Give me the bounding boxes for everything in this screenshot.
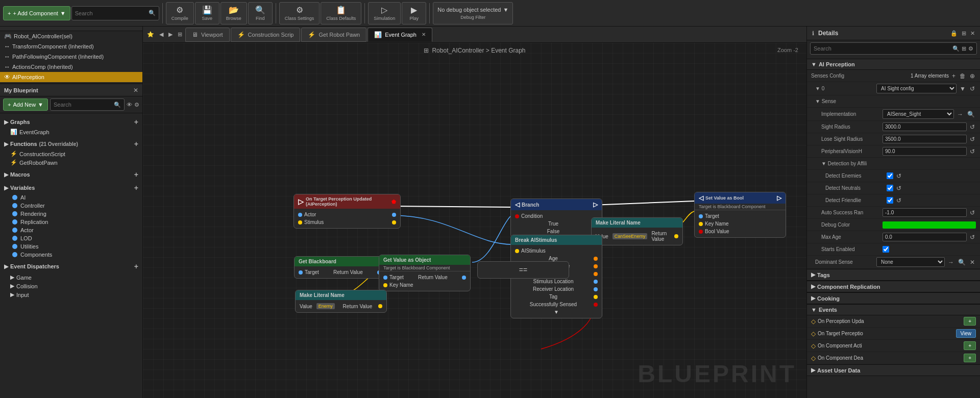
dominant-sense-clear[interactable]: ✕ xyxy=(969,259,976,266)
sight-radius-input[interactable] xyxy=(883,122,967,131)
event-add-button[interactable]: + xyxy=(964,341,976,350)
node-make-literal-can-see[interactable]: Make Literal Name Value CanSeeEnemy Retu… xyxy=(591,217,683,245)
details-close-icon[interactable]: ✕ xyxy=(970,30,975,37)
tab-get-robot-pawn[interactable]: ⚡ Get Robot Pawn xyxy=(301,28,366,42)
var-replication[interactable]: Replication xyxy=(0,218,142,226)
peripheral-input[interactable] xyxy=(883,147,967,156)
class-settings-button[interactable]: ⚙ Class Settings xyxy=(279,2,320,24)
event-add-button[interactable]: + xyxy=(964,317,976,326)
event-view-button[interactable]: View xyxy=(956,329,976,338)
variables-section-header[interactable]: ▶ Variables + xyxy=(0,182,142,193)
detect-friendlies-checkbox[interactable] xyxy=(887,197,893,204)
detect-friendlies-reset[interactable]: ↺ xyxy=(895,197,902,204)
tags-section-header[interactable]: ▶ Tags xyxy=(807,269,980,281)
construction-script-item[interactable]: ⚡ ConstructionScript xyxy=(0,150,142,158)
array-delete-button[interactable]: 🗑 xyxy=(959,72,967,80)
component-search-input[interactable] xyxy=(75,10,146,16)
get-robot-pawn-item[interactable]: ⚡ GetRobotPawn xyxy=(0,158,142,167)
tab-viewport[interactable]: 🖥 Viewport xyxy=(185,28,230,42)
var-utilities[interactable]: Utilities xyxy=(0,242,142,251)
blueprint-panel-close[interactable]: ✕ xyxy=(133,87,138,94)
node-equals[interactable]: == xyxy=(477,261,569,279)
settings-icon[interactable]: ⚙ xyxy=(134,102,139,108)
graphs-add-button[interactable]: + xyxy=(134,118,138,126)
starts-enabled-checkbox[interactable] xyxy=(883,246,889,253)
simulation-button[interactable]: ▷ Simulation xyxy=(368,2,401,24)
nav-next-icon[interactable]: ▶ xyxy=(166,31,175,38)
color-swatch[interactable] xyxy=(883,221,976,229)
dominant-sense-nav[interactable]: → xyxy=(947,259,955,266)
node-on-target-perception[interactable]: ▷ On Target Perception Updated (AIPercep… xyxy=(293,194,401,229)
graphs-section-header[interactable]: ▶ Graphs + xyxy=(0,116,142,128)
input-item[interactable]: ▶ Input xyxy=(0,290,142,299)
implementation-select[interactable]: AISense_Sight xyxy=(883,109,954,119)
component-item-aiperception[interactable]: 👁 AIPerception xyxy=(0,72,142,82)
add-component-button[interactable]: + + Add Component ▼ xyxy=(3,6,70,20)
event-graph-item[interactable]: 📊 EventGraph xyxy=(0,128,142,136)
find-button[interactable]: 🔍 Find xyxy=(248,2,273,24)
peripheral-reset[interactable]: ↺ xyxy=(969,148,976,155)
sight-radius-reset[interactable]: ↺ xyxy=(969,123,976,131)
graph-canvas[interactable]: ⊞ Robot_AIController > Event Graph Zoom … xyxy=(143,43,806,398)
functions-section-header[interactable]: ▶ Functions (21 Overridable) + xyxy=(0,138,142,150)
detect-enemies-checkbox[interactable] xyxy=(887,172,893,179)
node-make-literal-enemy[interactable]: Make Literal Name Value Enemy Return Val… xyxy=(295,290,387,313)
details-lock-icon[interactable]: 🔒 xyxy=(950,30,958,37)
tab-event-graph[interactable]: 📊 Event Graph ✕ xyxy=(368,28,432,42)
macros-add-button[interactable]: + xyxy=(134,170,138,179)
expand-arrow[interactable]: ▼ xyxy=(511,308,602,316)
class-defaults-button[interactable]: 📋 Class Defaults xyxy=(321,2,361,24)
add-new-button[interactable]: + Add New ▼ xyxy=(3,98,48,111)
component-item-actions[interactable]: ↔ ActionsComp (Inherited) xyxy=(0,62,142,72)
component-item-pathfollowing[interactable]: ↔ PathFollowingComponent (Inherited) xyxy=(0,52,142,62)
details-search-input[interactable] xyxy=(814,45,950,52)
max-age-reset[interactable]: ↺ xyxy=(969,234,976,241)
var-ai[interactable]: AI xyxy=(0,193,142,202)
detect-neutrals-checkbox[interactable] xyxy=(887,185,893,191)
lose-sight-input[interactable] xyxy=(883,135,967,143)
nav-graph-icon[interactable]: ⊞ xyxy=(176,31,184,38)
var-lod[interactable]: LOD xyxy=(0,234,142,242)
event-dispatchers-header[interactable]: ▶ Event Dispatchers + xyxy=(0,261,142,272)
play-button[interactable]: ▶ Play xyxy=(402,2,426,24)
nav-prev-icon[interactable]: ◀ xyxy=(157,31,165,38)
var-controller[interactable]: Controller xyxy=(0,202,142,210)
functions-add-button[interactable]: + xyxy=(134,140,138,148)
impl-nav-icon[interactable]: → xyxy=(956,111,964,118)
tab-construction[interactable]: ⚡ Construction Scrip xyxy=(231,28,301,42)
node-set-value-bool[interactable]: ◁ Set Value as Bool ▷ Target is Blackboa… xyxy=(694,192,786,238)
detect-neutrals-reset[interactable]: ↺ xyxy=(895,185,902,192)
save-button[interactable]: 💾 Save xyxy=(195,2,219,24)
component-item-robot[interactable]: 🎮 Robot_AIController(sel) xyxy=(0,31,142,41)
lose-sight-reset[interactable]: ↺ xyxy=(969,136,976,143)
var-rendering[interactable]: Rendering xyxy=(0,210,142,218)
dominant-sense-search[interactable]: 🔍 xyxy=(957,259,967,266)
eye-icon[interactable]: 👁 xyxy=(127,102,132,108)
array-item-reset[interactable]: ↺ xyxy=(969,85,976,92)
cooking-section-header[interactable]: ▶ Cooking xyxy=(807,292,980,304)
event-dispatchers-add-button[interactable]: + xyxy=(134,262,138,270)
component-replication-header[interactable]: ▶ Component Replication xyxy=(807,281,980,292)
macros-section-header[interactable]: ▶ Macros + xyxy=(0,169,142,180)
collision-item[interactable]: ▶ Collision xyxy=(0,282,142,290)
settings-icon[interactable]: ⚙ xyxy=(968,45,973,52)
grid-view-icon[interactable]: ⊞ xyxy=(962,45,966,52)
variables-add-button[interactable]: + xyxy=(134,184,138,192)
array-item-expand[interactable]: ▼ xyxy=(959,85,967,92)
debug-filter-dropdown[interactable]: No debug object selected ▼ Debug Filter xyxy=(433,2,513,24)
detect-enemies-reset[interactable]: ↺ xyxy=(895,172,902,180)
node-get-blackboard[interactable]: Get Blackboard Target Return Value xyxy=(294,256,386,279)
event-add-button[interactable]: + xyxy=(964,354,976,362)
component-item-transform[interactable]: ↔ TransformComponent (Inherited) xyxy=(0,41,142,52)
game-item[interactable]: ▶ Game xyxy=(0,273,142,282)
sight-config-select[interactable]: AI Sight config xyxy=(876,84,957,93)
node-get-value-as-object[interactable]: Get Value as Object Target is Blackboard… xyxy=(379,255,471,291)
auto-success-reset[interactable]: ↺ xyxy=(969,209,976,216)
details-grid-icon[interactable]: ⊞ xyxy=(962,30,966,37)
tab-close-icon[interactable]: ✕ xyxy=(422,32,426,37)
asset-user-data-header[interactable]: ▶ Asset User Data xyxy=(807,364,980,376)
events-section-header[interactable]: ▼ Events xyxy=(807,304,980,315)
browse-button[interactable]: 📂 Browse xyxy=(220,2,247,24)
blueprint-search-input[interactable] xyxy=(54,102,112,108)
array-duplicate-button[interactable]: ⊕ xyxy=(969,72,976,80)
